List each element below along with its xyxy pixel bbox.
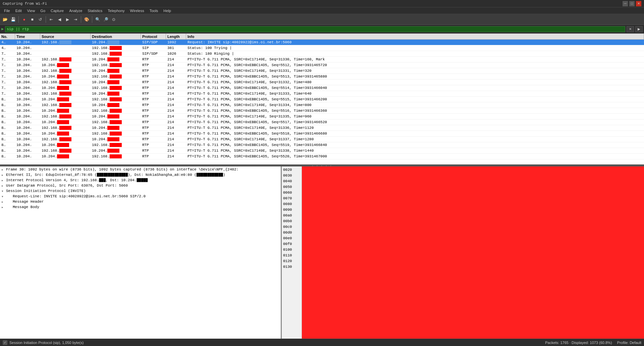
detail-item[interactable]: User Datagram Protocol, Src Port: 63076,…	[0, 183, 281, 189]
table-row[interactable]: 7…10.204.192.168.████SIP/SDP1026Status: …	[0, 51, 644, 57]
table-row[interactable]: 8…10.204.10.204.████192.168.████RTP214PT…	[0, 131, 644, 137]
capture-start[interactable]: ●	[20, 16, 28, 23]
capture-restart[interactable]: ↺	[37, 16, 44, 23]
hex-offset-line: 0130	[283, 264, 300, 270]
col-header-no: No.	[0, 34, 15, 39]
table-row[interactable]: 8…10.204.192.168.████10.204.████RTP214PT…	[0, 137, 644, 142]
hex-content	[302, 166, 463, 339]
hex-offset-line: 0040	[283, 179, 300, 184]
app-title: Capturing from Wi-Fi	[3, 2, 47, 6]
table-row[interactable]: 8…10.204.192.168.████10.204.████RTP214PT…	[0, 102, 644, 108]
status-right: Packets: 1765 · Displayed: 1073 (60.8%) …	[545, 341, 641, 345]
zoom-out-button[interactable]: 🔎	[102, 16, 109, 23]
packet-detail-panel: Frame 30: 1092 bytes on wire (8736 bits)…	[0, 166, 282, 339]
colorize-button[interactable]: 🎨	[83, 16, 90, 23]
menu-item-capture[interactable]: Capture	[48, 8, 66, 13]
hex-offset-line: 00c0	[283, 224, 300, 230]
separator-3	[81, 16, 81, 23]
table-row[interactable]: 8…10.204.10.204.████192.168.████RTP214PT…	[0, 142, 644, 148]
filter-bar: ▶ ✕ ▶	[0, 25, 644, 34]
hex-offset-line: 00a0	[283, 213, 300, 218]
hex-offset-line: 0020	[283, 167, 300, 173]
window-controls: ─ □ ✕	[623, 1, 641, 6]
table-row[interactable]: 8…10.204.192.168.████10.204.████RTP214PT…	[0, 148, 644, 154]
menu-item-view[interactable]: View	[24, 8, 38, 13]
table-row[interactable]: 7…10.204.10.204.████192.168.████RTP214PT…	[0, 74, 644, 80]
hex-panel: 0020003000400050006000700080009000a000b0…	[282, 166, 644, 339]
detail-text: User Datagram Protocol, Src Port: 63076,…	[6, 184, 279, 188]
separator-4	[92, 16, 92, 23]
table-row[interactable]: 7…10.204.10.204.████192.168.████RTP214PT…	[0, 62, 644, 68]
table-row[interactable]: 7…10.204.192.168.████10.204.████RTP214PT…	[0, 80, 644, 85]
filter-controls: ✕ ▶	[627, 26, 643, 32]
col-header-source: Source	[40, 34, 91, 39]
hex-offset-line: 00b0	[283, 218, 300, 224]
menu-item-tools[interactable]: Tools	[147, 8, 161, 13]
hex-offset-line: 00f0	[283, 241, 300, 247]
table-row[interactable]: 8…10.204.10.204.████192.168.████RTP214PT…	[0, 154, 644, 159]
table-row[interactable]: 7…10.204.192.168.████10.204.████RTP214PT…	[0, 91, 644, 97]
zoom-reset-button[interactable]: ⊙	[110, 16, 117, 23]
detail-item[interactable]: Ethernet II, Src: EdupInternat_8f:78:65 …	[0, 172, 281, 178]
menu-item-wireless[interactable]: Wireless	[127, 8, 147, 13]
detail-text: Message Body	[6, 205, 279, 209]
status-bar: ✓ Session Initiation Protocol (sip), 1,0…	[0, 339, 644, 346]
detail-text: Frame 30: 1092 bytes on wire (8736 bits)…	[6, 167, 279, 171]
detail-item[interactable]: Frame 30: 1092 bytes on wire (8736 bits)…	[0, 167, 281, 172]
table-row[interactable]: 8…10.204.10.204.████192.168.████RTP214PT…	[0, 119, 644, 125]
expand-icon	[1, 194, 6, 199]
capture-stop[interactable]: ■	[29, 16, 36, 23]
table-row[interactable]: 8…10.204.192.168.████10.204.████RTP214PT…	[0, 125, 644, 131]
hex-offset-line: 0120	[283, 258, 300, 264]
detail-item[interactable]: Internet Protocol Version 4, Src: 192.16…	[0, 178, 281, 183]
expand-icon	[1, 184, 6, 188]
hex-offset-line: 0080	[283, 201, 300, 207]
table-row[interactable]: 8…10.204.192.168.████10.204.████RTP214PT…	[0, 114, 644, 119]
table-row[interactable]: 4…10.204.192.168.████SIP381Status: 100 T…	[0, 45, 644, 51]
hex-offset-line: 0110	[283, 253, 300, 258]
hex-offsets: 0020003000400050006000700080009000a000b0…	[282, 166, 302, 339]
col-header-destination: Destination	[91, 34, 141, 39]
hex-offset-line: 0030	[283, 173, 300, 179]
detail-item[interactable]: Message Header	[0, 199, 281, 205]
scroll-prev[interactable]: ◀	[56, 16, 63, 23]
table-row[interactable]: 7…10.204.192.168.████10.204.████RTP214PT…	[0, 68, 644, 74]
packets-count: Packets: 1765 · Displayed: 1073 (60.8%)	[545, 341, 612, 345]
open-button[interactable]: 📂	[1, 16, 9, 23]
minimize-button[interactable]: ─	[623, 1, 628, 6]
zoom-in-button[interactable]: 🔍	[94, 16, 101, 23]
detail-text: Ethernet II, Src: EdupInternat_8f:78:65 …	[6, 173, 279, 177]
save-button[interactable]: 💾	[9, 16, 17, 23]
table-row[interactable]: 8…10.204.10.204.████192.168.████RTP214PT…	[0, 97, 644, 102]
hex-offset-line: 0050	[283, 184, 300, 190]
scroll-begin[interactable]: ⇤	[48, 16, 55, 23]
detail-item[interactable]: Request-Line: INVITE sip:40028922@ims.oi…	[0, 194, 281, 199]
table-row[interactable]: 4…10.204.192.168.████10.204.████SIP/SDP1…	[0, 40, 644, 45]
maximize-button[interactable]: □	[629, 1, 635, 6]
filter-clear-button[interactable]: ✕	[627, 26, 634, 32]
menu-item-go[interactable]: Go	[38, 8, 48, 13]
detail-text: Internet Protocol Version 4, Src: 192.16…	[6, 178, 279, 182]
table-row[interactable]: 7…10.204.10.204.████192.168.████RTP214PT…	[0, 85, 644, 91]
menu-item-statistics[interactable]: Statistics	[85, 8, 105, 13]
table-row[interactable]: 7…10.204.192.168.████10.204.████RTP214PT…	[0, 57, 644, 62]
detail-text: Request-Line: INVITE sip:40028922@ims.oi…	[6, 194, 279, 198]
close-button[interactable]: ✕	[636, 1, 641, 6]
scroll-next[interactable]: ▶	[64, 16, 71, 23]
detail-text: Message Header	[6, 200, 279, 204]
menu-item-telephony[interactable]: Telephony	[105, 8, 127, 13]
bottom-section: Frame 30: 1092 bytes on wire (8736 bits)…	[0, 166, 644, 339]
filter-apply-button[interactable]: ▶	[635, 26, 643, 32]
detail-item[interactable]: Session Initiation Protocol (INVITE)	[0, 189, 281, 194]
menu-item-file[interactable]: File	[1, 8, 13, 13]
menu-item-help[interactable]: Help	[161, 8, 174, 13]
separator-1	[18, 16, 19, 23]
menu-item-edit[interactable]: Edit	[13, 8, 24, 13]
table-row[interactable]: 8…10.204.10.204.████192.168.████RTP214PT…	[0, 108, 644, 114]
detail-item[interactable]: Message Body	[0, 205, 281, 210]
menu-item-analyze[interactable]: Analyze	[66, 8, 85, 13]
scroll-end[interactable]: ⇥	[72, 16, 79, 23]
expand-icon	[1, 200, 6, 204]
filter-input[interactable]	[5, 26, 625, 32]
packet-list: No. Time Source Destination Protocol Len…	[0, 34, 644, 164]
